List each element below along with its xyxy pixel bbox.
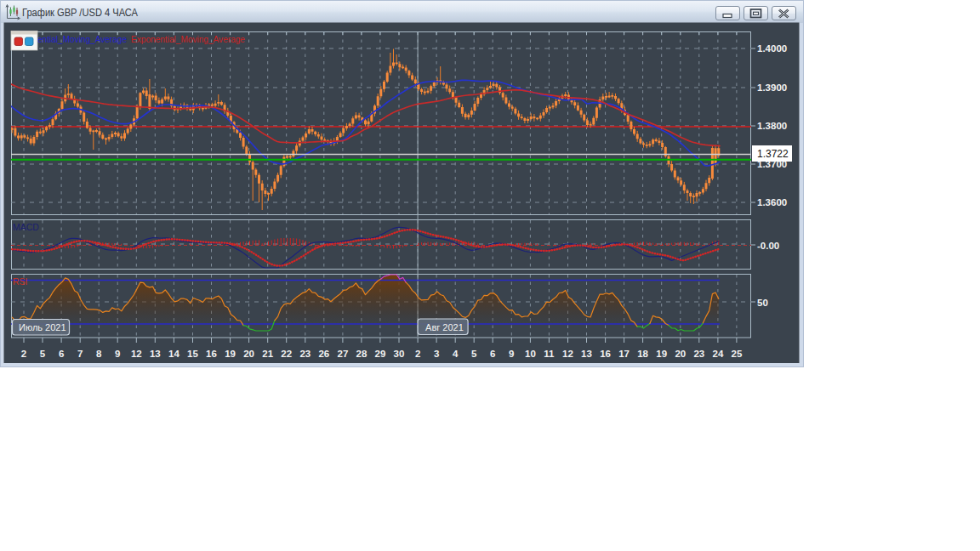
svg-text:19: 19 — [225, 349, 236, 359]
svg-text:1.3600: 1.3600 — [757, 197, 787, 207]
svg-text:16: 16 — [206, 349, 217, 359]
svg-text:26: 26 — [318, 349, 329, 359]
svg-text:22: 22 — [281, 349, 292, 359]
svg-text:5: 5 — [471, 349, 477, 359]
svg-text:18: 18 — [637, 349, 648, 359]
svg-text:16: 16 — [600, 349, 611, 359]
svg-text:5: 5 — [40, 349, 46, 359]
svg-text:1.4000: 1.4000 — [757, 43, 787, 54]
svg-text:20: 20 — [243, 349, 254, 359]
svg-text:MACD: MACD — [13, 222, 39, 232]
svg-text:4: 4 — [453, 349, 459, 359]
svg-text:17: 17 — [618, 349, 630, 359]
svg-text:14: 14 — [168, 349, 179, 359]
svg-text:RSI: RSI — [13, 276, 28, 287]
svg-text:20: 20 — [675, 349, 686, 359]
svg-text:11: 11 — [544, 349, 555, 359]
svg-text:8: 8 — [96, 349, 102, 359]
svg-text:19: 19 — [656, 349, 667, 359]
svg-text:12: 12 — [562, 349, 573, 359]
svg-text:-0.00: -0.00 — [757, 241, 779, 251]
svg-text:13: 13 — [581, 349, 592, 359]
svg-text:28: 28 — [356, 349, 368, 359]
svg-text:15: 15 — [187, 349, 198, 359]
svg-text:9: 9 — [509, 349, 514, 359]
svg-text:1.3900: 1.3900 — [757, 82, 787, 93]
svg-text:23: 23 — [693, 349, 704, 359]
svg-text:3: 3 — [434, 349, 439, 359]
svg-text:25: 25 — [732, 349, 743, 359]
svg-text:50: 50 — [757, 298, 768, 308]
svg-text:23: 23 — [299, 349, 311, 359]
svg-text:30: 30 — [394, 349, 405, 359]
svg-text:21: 21 — [262, 349, 273, 359]
svg-text:1.3722: 1.3722 — [757, 148, 789, 160]
svg-text:29: 29 — [375, 349, 386, 359]
svg-text:12: 12 — [131, 349, 142, 359]
svg-text:ential_Moving_Average: ential_Moving_Average — [37, 34, 127, 44]
svg-text:2: 2 — [21, 349, 26, 359]
svg-text:9: 9 — [115, 349, 120, 359]
svg-text:Авг 2021: Авг 2021 — [425, 322, 464, 332]
svg-text:2: 2 — [415, 349, 420, 359]
svg-text:6: 6 — [59, 349, 64, 359]
svg-text:1.3800: 1.3800 — [757, 121, 787, 131]
svg-text:13: 13 — [150, 349, 161, 359]
svg-text:6: 6 — [490, 349, 495, 359]
svg-text:27: 27 — [338, 349, 349, 359]
svg-text:График GBP /USD 4 ЧАСА: График GBP /USD 4 ЧАСА — [22, 7, 139, 19]
svg-text:24: 24 — [713, 349, 724, 359]
svg-text:7: 7 — [77, 349, 83, 359]
svg-text:Exponential_Moving_Average: Exponential_Moving_Average — [131, 34, 245, 44]
svg-text:Июль 2021: Июль 2021 — [19, 322, 66, 332]
svg-text:10: 10 — [525, 349, 536, 359]
